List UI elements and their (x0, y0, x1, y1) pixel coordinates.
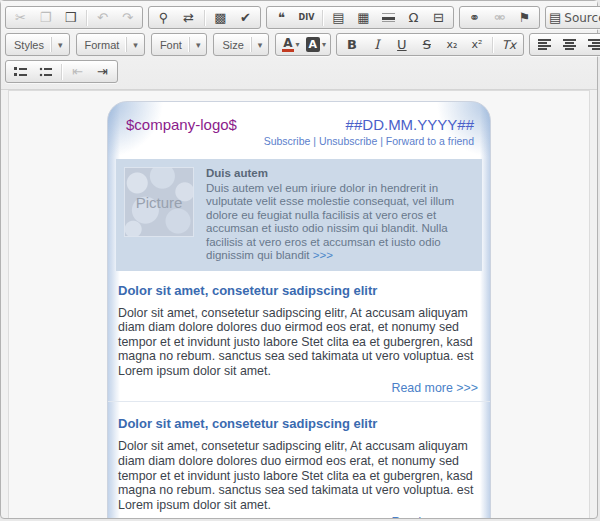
underline-icon: U (397, 38, 407, 51)
article-body: Dolor sit amet, consetetur sadipscing el… (118, 439, 480, 512)
decrease-indent-button[interactable]: ⇤ (65, 61, 90, 82)
copy-button[interactable]: ❐ (33, 7, 58, 28)
feature-box: Picture Duis autem Duis autem vel eum ir… (116, 159, 482, 271)
numbered-list-button[interactable] (8, 61, 33, 82)
align-center-button[interactable] (557, 34, 582, 55)
italic-icon: I (374, 38, 379, 51)
italic-button[interactable]: I (364, 34, 389, 55)
styles-dropdown[interactable]: Styles ▾ (5, 33, 70, 56)
redo-button[interactable]: ↷ (115, 7, 140, 28)
font-dropdown[interactable]: Font ▾ (151, 33, 208, 56)
read-more-link[interactable]: Read more >>> (118, 381, 480, 395)
separator (61, 64, 62, 80)
align-left-button[interactable] (532, 34, 557, 55)
format-dropdown-label: Format (85, 39, 120, 51)
styles-dropdown-label: Styles (14, 39, 44, 51)
find-button[interactable]: ⚲ (151, 7, 176, 28)
remove-format-button[interactable]: Tx (496, 34, 521, 55)
text-color-button[interactable]: A ▾ (278, 34, 303, 55)
background-color-button[interactable]: A ▾ (303, 34, 328, 55)
feature-text: Duis autem Duis autem vel eum iriure dol… (206, 167, 474, 263)
size-dropdown[interactable]: Size ▾ (213, 33, 269, 56)
chevron-down-icon: ▾ (51, 37, 69, 52)
bulleted-list-icon (39, 65, 52, 78)
undo-button[interactable]: ↶ (90, 7, 115, 28)
source-icon: ▤ (549, 11, 561, 24)
company-logo-placeholder: $company-logo$ (126, 116, 237, 133)
page-break-button[interactable]: ⊟ (426, 7, 451, 28)
decrease-indent-icon: ⇤ (72, 65, 83, 78)
align-right-button[interactable] (582, 34, 600, 55)
rich-text-editor: ✂ ❐ ❒ ↶ ↷ ⚲ ⇄ ▩ ✔ ❝ DIV ▤ ▦ Ω (0, 0, 598, 519)
strikethrough-button[interactable]: S (414, 34, 439, 55)
subscription-links[interactable]: Subscribe | Unsubscribe | Forward to a f… (264, 135, 474, 147)
read-more-label: Read more (392, 515, 457, 518)
create-div-button[interactable]: DIV (294, 7, 319, 28)
read-more-label: Read more (392, 381, 457, 395)
toolbar-row-1: ✂ ❐ ❒ ↶ ↷ ⚲ ⇄ ▩ ✔ ❝ DIV ▤ ▦ Ω (5, 4, 593, 31)
basic-styles-group: B I U S x₂ x² Tx (336, 33, 524, 56)
link-button[interactable]: ⚭ (462, 7, 487, 28)
toolbar-row-3: ⇤ ⇥ (5, 58, 593, 85)
remove-format-icon: Tx (502, 39, 516, 51)
cut-button[interactable]: ✂ (8, 7, 33, 28)
numbered-list-icon (14, 65, 27, 78)
page-break-icon: ⊟ (433, 11, 444, 24)
horizontal-rule-button[interactable] (376, 7, 401, 28)
blockquote-button[interactable]: ❝ (269, 7, 294, 28)
link-icon: ⚭ (469, 11, 480, 24)
article: Dolor sit amet, consetetur sadipscing el… (108, 404, 490, 518)
strikethrough-icon: S (423, 38, 431, 51)
bold-icon: B (347, 38, 357, 51)
superscript-button[interactable]: x² (464, 34, 489, 55)
insert-group: ❝ DIV ▤ ▦ Ω ⊟ (266, 6, 454, 29)
chevron-down-icon: ▾ (126, 37, 144, 52)
undo-icon: ↶ (97, 11, 108, 24)
cut-icon: ✂ (15, 11, 26, 24)
separator (86, 10, 87, 26)
redo-icon: ↷ (122, 11, 133, 24)
unlink-button[interactable]: ⚮ (487, 7, 512, 28)
anchor-button[interactable]: ⚑ (512, 7, 537, 28)
link-group: ⚭ ⚮ ⚑ (459, 6, 540, 29)
bulleted-list-button[interactable] (33, 61, 58, 82)
background-color-icon: A (306, 37, 321, 52)
align-left-icon (538, 38, 551, 51)
chevron-down-icon: ▾ (189, 37, 207, 52)
chevron-down-icon: ▾ (251, 37, 269, 52)
read-more-arrows: >>> (456, 515, 478, 518)
replace-button[interactable]: ⇄ (176, 7, 201, 28)
copy-icon: ❐ (40, 11, 52, 24)
read-more-arrows: >>> (456, 381, 478, 395)
underline-button[interactable]: U (389, 34, 414, 55)
source-button[interactable]: ▤ Source (548, 7, 600, 28)
source-label: Source (564, 12, 600, 24)
picture-label: Picture (136, 194, 183, 211)
increase-indent-button[interactable]: ⇥ (90, 61, 115, 82)
read-more-link[interactable]: Read more >>> (118, 515, 480, 518)
anchor-icon: ⚑ (519, 11, 531, 24)
paste-button[interactable]: ❒ (58, 7, 83, 28)
list-indent-group: ⇤ ⇥ (5, 60, 118, 83)
align-right-icon (588, 38, 600, 51)
spell-check-icon: ✔ (240, 11, 251, 24)
select-all-button[interactable]: ▩ (208, 7, 233, 28)
subscript-button[interactable]: x₂ (439, 34, 464, 55)
toolbar-row-2: Styles ▾ Format ▾ Font ▾ Size ▾ A ▾ (5, 31, 593, 58)
blockquote-icon: ❝ (278, 11, 285, 24)
feature-more-link[interactable]: >>> (313, 249, 333, 261)
article-title: Dolor sit amet, consetetur sadipscing el… (118, 283, 480, 298)
special-character-button[interactable]: Ω (401, 7, 426, 28)
spell-check-button[interactable]: ✔ (233, 7, 258, 28)
editing-area[interactable]: $company-logo$ ##DD.MM.YYYY## Subscribe … (8, 90, 590, 518)
separator (492, 37, 493, 53)
size-dropdown-label: Size (222, 39, 243, 51)
insert-table-button[interactable]: ▦ (351, 7, 376, 28)
bold-button[interactable]: B (339, 34, 364, 55)
insert-image-button[interactable]: ▤ (326, 7, 351, 28)
table-icon: ▦ (357, 11, 369, 24)
text-color-icon: A (282, 37, 293, 52)
format-dropdown[interactable]: Format ▾ (76, 33, 145, 56)
unlink-icon: ⚮ (494, 11, 505, 24)
chevron-down-icon: ▾ (322, 41, 326, 49)
